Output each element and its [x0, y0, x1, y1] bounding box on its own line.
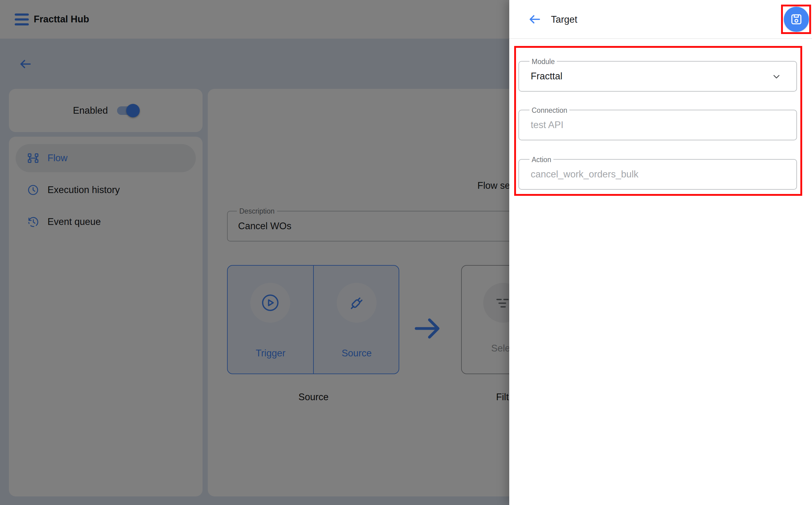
connection-field[interactable]: Connection test API: [519, 110, 797, 140]
panel-back-arrow-icon[interactable]: [528, 12, 542, 26]
module-select[interactable]: Module Fracttal: [519, 61, 797, 92]
action-value: cancel_work_orders_bulk: [531, 160, 769, 189]
module-value: Fracttal: [531, 61, 769, 91]
save-button[interactable]: [784, 7, 809, 32]
panel-title: Target: [551, 0, 577, 39]
target-panel: Target Module Fracttal Connection test A…: [509, 0, 812, 505]
action-field[interactable]: Action cancel_work_orders_bulk: [519, 159, 797, 190]
save-floppy-icon: [790, 13, 803, 26]
target-panel-header: Target: [509, 0, 812, 39]
chevron-down-icon: [771, 71, 782, 82]
modal-backdrop[interactable]: [0, 0, 509, 505]
connection-value: test API: [531, 110, 769, 140]
screen: Fracttal Hub Enabled Flow: [0, 0, 812, 505]
